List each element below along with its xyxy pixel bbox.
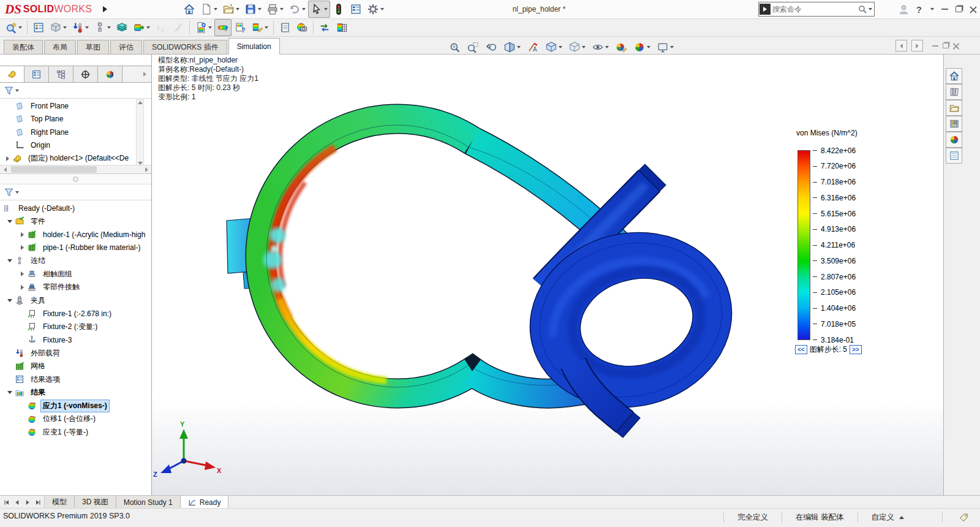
search-scope-icon[interactable] xyxy=(760,4,771,15)
hscroll-thumb[interactable] xyxy=(11,166,97,173)
tab-装配体[interactable]: 装配体 xyxy=(4,40,43,55)
collapse-right-pane-button[interactable] xyxy=(911,40,923,51)
hide-show-items-button[interactable] xyxy=(589,39,611,56)
report-button[interactable] xyxy=(276,19,293,36)
window-close-button[interactable] xyxy=(970,6,976,13)
options-list-button[interactable] xyxy=(347,1,364,18)
bottom-tab-Ready[interactable]: Ready xyxy=(181,496,229,509)
tree-item[interactable]: holder-1 (-Acrylic (Medium-high xyxy=(0,228,151,241)
tab-布局[interactable]: 布局 xyxy=(44,40,76,55)
dropdown-arrow-icon[interactable] xyxy=(380,8,384,10)
dropdown-arrow-icon[interactable] xyxy=(280,8,284,10)
tree-item[interactable]: 夹具 xyxy=(0,294,151,308)
fm-tabs-expand-button[interactable] xyxy=(123,66,151,82)
bottom-tab-模型[interactable]: 模型 xyxy=(45,496,75,509)
save-button[interactable] xyxy=(242,1,264,18)
tree-item[interactable]: 外部载荷 xyxy=(0,347,151,360)
connections-advisor-button[interactable] xyxy=(91,19,113,36)
doc-close-button[interactable] xyxy=(953,43,959,49)
apply-material-button[interactable] xyxy=(47,19,69,36)
filter-funnel-icon[interactable] xyxy=(4,187,14,197)
tree-item[interactable]: σ应力1 (-vonMises-) xyxy=(0,400,151,413)
undo-button[interactable] xyxy=(286,1,308,18)
tab-草图[interactable]: 草图 xyxy=(77,40,109,55)
nav-last-button[interactable] xyxy=(32,497,43,507)
plot-tools-button[interactable] xyxy=(249,19,271,36)
tag-icon[interactable] xyxy=(942,512,969,523)
tab-评估[interactable]: 评估 xyxy=(110,40,142,55)
dropdown-arrow-icon[interactable] xyxy=(18,26,22,29)
offloaded-simulation-button[interactable] xyxy=(316,19,333,36)
logo-flyout-arrow-icon[interactable] xyxy=(103,6,107,12)
display-manager-tab[interactable] xyxy=(98,66,123,82)
tab-Simulation[interactable]: Simulation xyxy=(228,38,280,55)
command-search[interactable] xyxy=(758,2,875,17)
dropdown-arrow-icon[interactable] xyxy=(582,46,586,48)
file-explorer-button[interactable] xyxy=(946,100,962,116)
help-button[interactable]: ? xyxy=(916,4,922,15)
doc-restore-button[interactable] xyxy=(943,43,949,48)
previous-view-button[interactable] xyxy=(483,39,500,56)
rebuild-traffic-light-button[interactable] xyxy=(330,1,347,18)
custom-status[interactable]: 自定义 xyxy=(858,512,918,523)
configuration-manager-tab[interactable] xyxy=(49,66,74,82)
dropdown-arrow-icon[interactable] xyxy=(236,8,239,10)
tree-item[interactable]: Fixture-3 xyxy=(0,333,151,347)
tree-item[interactable]: pipe-1 (-Rubber like material-) xyxy=(0,241,151,255)
home-button[interactable] xyxy=(181,1,198,18)
plot-results-button[interactable] xyxy=(214,19,232,36)
tree-item[interactable]: Front Plane xyxy=(0,99,151,113)
window-restore-button[interactable] xyxy=(956,6,962,12)
tree-item[interactable]: 零件 xyxy=(0,215,151,229)
open-button[interactable] xyxy=(220,1,242,18)
print-button[interactable] xyxy=(264,1,286,18)
features-tab[interactable] xyxy=(0,66,24,82)
search-input[interactable] xyxy=(771,4,858,14)
tree-item[interactable]: 相触面组 xyxy=(0,268,151,281)
tree-item[interactable]: 连结 xyxy=(0,254,151,268)
graphics-viewport[interactable]: 模型名称:nl_pipe_holder 算例名称:Ready(-Default-… xyxy=(152,54,943,495)
tree-item[interactable]: 零部件接触 xyxy=(0,281,151,294)
settings-gear-button[interactable] xyxy=(364,1,386,18)
user-icon[interactable] xyxy=(899,4,909,15)
loads-advisor-button[interactable] xyxy=(69,19,91,36)
tree-item[interactable]: Fixture-2 (:变量:) xyxy=(0,320,151,334)
run-study-button[interactable] xyxy=(130,19,153,36)
tree-item[interactable]: ε应变1 (-等量-) xyxy=(0,426,151,439)
shell-manager-button[interactable] xyxy=(113,19,130,36)
feature-tree-vscrollbar[interactable] xyxy=(136,99,144,167)
nav-first-button[interactable] xyxy=(1,497,12,507)
appearances-button[interactable] xyxy=(946,132,962,148)
tree-item[interactable]: Fixture-1 (:-2.678 in:) xyxy=(0,307,151,320)
feature-tree-hscrollbar[interactable] xyxy=(0,165,151,174)
capture-image-button[interactable] xyxy=(293,19,311,36)
doc-minimize-button[interactable] xyxy=(932,45,938,47)
custom-properties-button[interactable] xyxy=(946,148,962,164)
dropdown-arrow-icon[interactable] xyxy=(517,46,521,48)
dropdown-arrow-icon[interactable] xyxy=(214,8,217,10)
window-minimize-button[interactable] xyxy=(941,9,948,10)
filter-dropdown-icon[interactable] xyxy=(15,191,19,194)
study-advisor-button[interactable] xyxy=(2,19,24,36)
dropdown-arrow-icon[interactable] xyxy=(605,46,609,48)
search-dropdown-icon[interactable] xyxy=(869,8,872,10)
tree-item[interactable]: Right Plane xyxy=(0,126,151,139)
apply-scene-button[interactable] xyxy=(631,39,653,56)
tab-SOLIDWORKS 插件[interactable]: SOLIDWORKS 插件 xyxy=(143,40,227,55)
result-table-button[interactable] xyxy=(333,19,350,36)
dropdown-arrow-icon[interactable] xyxy=(670,46,674,48)
step-next-button[interactable]: >> xyxy=(850,345,862,354)
dropdown-arrow-icon[interactable] xyxy=(265,26,268,29)
dropdown-arrow-icon[interactable] xyxy=(324,8,328,10)
search-icon[interactable] xyxy=(858,4,867,14)
view-settings-button[interactable] xyxy=(654,39,676,56)
tree-item[interactable]: (固定) holder<1> (Default<<De xyxy=(0,152,151,165)
results-advisor-button[interactable] xyxy=(192,19,214,36)
home-taskpane-button[interactable] xyxy=(946,68,962,84)
tree-item[interactable]: Origin xyxy=(0,139,151,153)
design-library-button[interactable] xyxy=(946,84,962,100)
collapse-left-pane-button[interactable] xyxy=(895,40,907,51)
help-dropdown-icon[interactable] xyxy=(930,8,934,10)
dropdown-arrow-icon[interactable] xyxy=(85,26,89,29)
compare-results-button[interactable]: ? xyxy=(232,19,249,36)
